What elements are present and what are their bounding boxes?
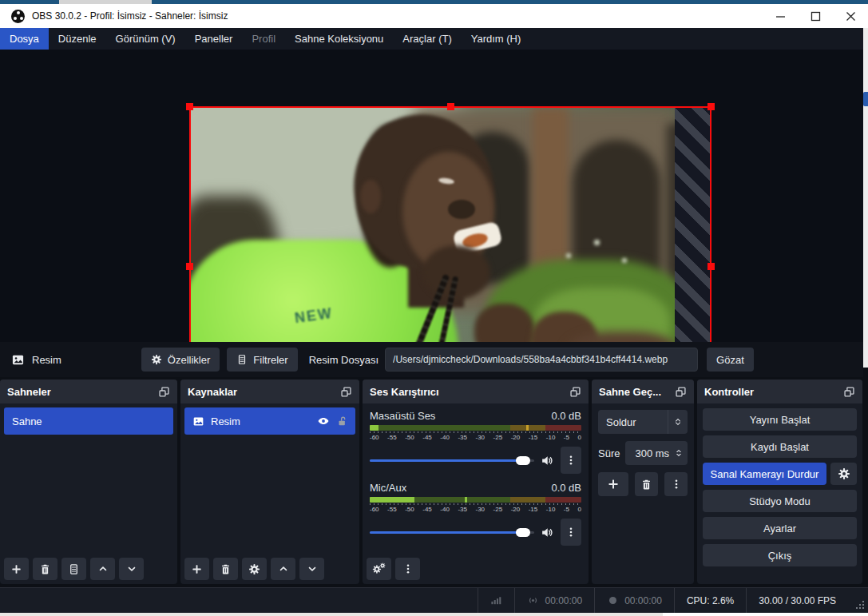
channel-options-button[interactable]	[561, 447, 581, 474]
window-title: OBS 30.0.2 - Profil: İsimsiz - Sahneler:…	[32, 10, 228, 22]
network-status	[478, 588, 514, 613]
source-list-item[interactable]: Resim	[184, 407, 355, 435]
remove-source-button[interactable]	[213, 558, 238, 580]
controls-panel-header[interactable]: Kontroller	[697, 380, 862, 403]
popout-icon[interactable]	[675, 386, 687, 398]
record-icon	[607, 594, 619, 606]
menu-edit[interactable]: Düzenle	[49, 28, 106, 50]
start-streaming-button[interactable]: Yayını Başlat	[703, 408, 857, 431]
image-file-path-input[interactable]	[385, 348, 698, 372]
move-scene-down-button[interactable]	[119, 558, 144, 580]
resize-handle-top-center[interactable]	[447, 103, 454, 110]
start-recording-button[interactable]: Kaydı Başlat	[703, 435, 857, 458]
duration-spinbox[interactable]: 300 ms	[625, 441, 688, 465]
scenes-panel: Sahneler Sahne	[0, 380, 177, 584]
duration-up-arrow[interactable]	[675, 447, 683, 452]
virtual-camera-settings-button[interactable]	[830, 463, 857, 485]
remove-scene-button[interactable]	[33, 558, 57, 580]
speaker-icon[interactable]	[541, 526, 554, 539]
mixer-options-button[interactable]	[395, 558, 420, 580]
speaker-icon[interactable]	[541, 454, 554, 467]
channel-db-value: 0.0 dB	[551, 410, 581, 422]
transitions-panel-header[interactable]: Sahne Geç...	[592, 380, 694, 403]
menu-tools[interactable]: Araçlar (T)	[393, 28, 461, 50]
mixer-channel-desktop: Masaüstü Ses 0.0 dB -60-55-50-45-40-35-3…	[363, 403, 589, 475]
popout-icon[interactable]	[340, 386, 352, 398]
scene-name: Sahne	[12, 415, 42, 427]
browse-button[interactable]: Gözat	[707, 348, 754, 372]
duration-down-arrow[interactable]	[675, 454, 683, 459]
advanced-audio-button[interactable]	[367, 558, 391, 580]
menu-scene-collection[interactable]: Sahne Koleksiyonu	[285, 28, 393, 50]
popout-icon[interactable]	[158, 386, 170, 398]
popout-icon[interactable]	[843, 386, 855, 398]
stream-timer: 00:00:00	[514, 588, 594, 613]
cpu-value: CPU: 2.6%	[687, 595, 734, 606]
add-transition-button[interactable]	[598, 472, 628, 496]
popout-icon[interactable]	[569, 386, 581, 398]
visibility-eye-icon[interactable]	[317, 415, 330, 427]
scene-list-item[interactable]: Sahne	[4, 407, 173, 435]
mixer-panel-header[interactable]: Ses Karıştırıcı	[363, 380, 589, 403]
transitions-title: Sahne Geç...	[599, 386, 661, 398]
settings-button[interactable]: Ayarlar	[703, 517, 857, 539]
properties-label: Özellikler	[168, 354, 210, 366]
source-selection-outline	[189, 106, 711, 342]
titlebar: OBS 30.0.2 - Profil: İsimsiz - Sahneler:…	[0, 4, 868, 28]
preview-canvas[interactable]: NEW	[0, 50, 863, 342]
meter-tickmarks	[370, 431, 581, 433]
resize-handle-top-left[interactable]	[186, 103, 193, 110]
source-properties-button[interactable]	[242, 558, 267, 580]
sources-panel: Kaynaklar Resim	[180, 380, 359, 584]
move-source-down-button[interactable]	[299, 558, 324, 580]
add-scene-button[interactable]	[4, 558, 29, 580]
fps-value: 30.00 / 30.00 FPS	[759, 595, 836, 606]
resize-grip[interactable]	[856, 601, 864, 609]
resize-handle-top-right[interactable]	[707, 103, 715, 110]
stop-virtual-camera-button[interactable]: Sanal Kamerayı Durdur	[703, 463, 826, 485]
volume-meter	[370, 425, 581, 431]
volume-slider[interactable]	[370, 531, 534, 534]
menu-file[interactable]: Dosya	[0, 28, 49, 50]
transition-options-button[interactable]	[664, 472, 688, 496]
audio-mixer-panel: Ses Karıştırıcı Masaüstü Ses 0.0 dB -60-…	[363, 380, 589, 584]
sources-toolbar	[184, 558, 324, 580]
window-controls	[763, 4, 868, 28]
controls-title: Kontroller	[704, 386, 754, 398]
channel-db-value: 0.0 dB	[551, 482, 581, 494]
transition-select-spinner[interactable]	[668, 410, 688, 434]
scene-filters-button[interactable]	[61, 558, 86, 580]
record-timer: 00:00:00	[594, 588, 674, 613]
remove-transition-button[interactable]	[635, 472, 658, 496]
scene-transitions-panel: Sahne Geç... Soldur Süre 300 ms	[592, 380, 694, 584]
mixer-title: Ses Karıştırıcı	[370, 386, 439, 398]
background-window-right	[863, 28, 868, 368]
lock-icon[interactable]	[336, 415, 347, 427]
menu-help[interactable]: Yardım (H)	[462, 28, 531, 50]
properties-button[interactable]: Özellikler	[141, 348, 220, 372]
duration-value: 300 ms	[635, 447, 669, 459]
background-bookmark-icon	[863, 92, 868, 106]
transition-select[interactable]: Soldur	[598, 410, 688, 434]
move-source-up-button[interactable]	[271, 558, 295, 580]
resize-handle-middle-left[interactable]	[186, 263, 193, 270]
move-scene-up-button[interactable]	[90, 558, 115, 580]
obs-window: OBS 30.0.2 - Profil: İsimsiz - Sahneler:…	[0, 0, 868, 616]
volume-slider[interactable]	[370, 459, 534, 462]
menu-profile[interactable]: Profil	[242, 28, 285, 50]
studio-mode-button[interactable]: Stüdyo Modu	[703, 490, 857, 512]
maximize-button[interactable]	[798, 4, 833, 28]
filters-button[interactable]: Filtreler	[227, 348, 297, 372]
fps-indicator: 30.00 / 30.00 FPS	[746, 588, 868, 613]
selected-source-label: Resim	[32, 354, 61, 366]
menu-docks[interactable]: Paneller	[185, 28, 243, 50]
resize-handle-middle-right[interactable]	[707, 263, 715, 270]
minimize-button[interactable]	[763, 4, 798, 28]
close-button[interactable]	[833, 4, 868, 28]
scenes-panel-header[interactable]: Sahneler	[0, 380, 177, 403]
exit-button[interactable]: Çıkış	[703, 544, 857, 566]
add-source-button[interactable]	[184, 558, 209, 580]
sources-panel-header[interactable]: Kaynaklar	[180, 380, 359, 403]
menu-view[interactable]: Görünüm (V)	[106, 28, 185, 50]
channel-options-button[interactable]	[561, 519, 581, 546]
